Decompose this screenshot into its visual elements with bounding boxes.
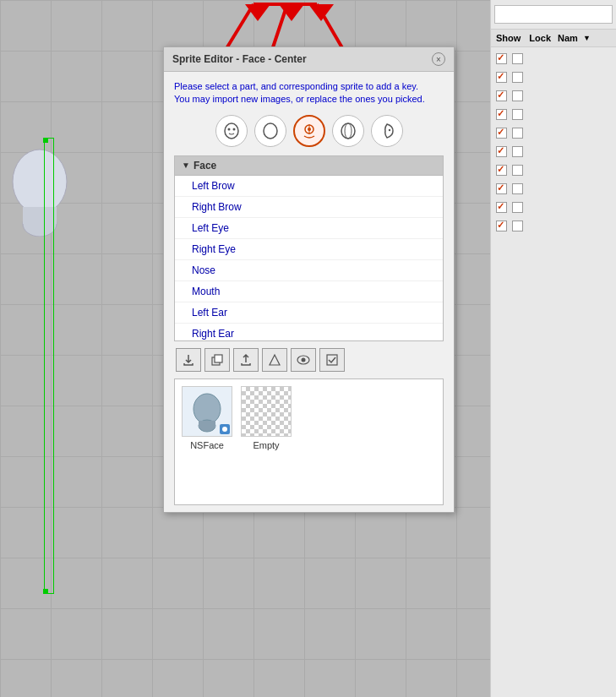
sprite-editor-dialog: Sprite Editor - Face - Center × Please s…	[163, 46, 455, 513]
name-column-label: Nam	[558, 33, 578, 43]
face-left-icon-button[interactable]	[332, 115, 364, 147]
selection-handle-bl	[43, 589, 48, 594]
layer-row	[491, 123, 616, 142]
show-checkbox-10[interactable]	[496, 221, 507, 231]
selection-handle-tl	[43, 138, 48, 143]
part-list-item-right-brow[interactable]: Right Brow	[175, 197, 443, 218]
part-list-container: ▼ Face Left Brow Right Brow Left Eye Rig…	[174, 155, 444, 341]
dialog-instructions: Please select a part, and corresponding …	[174, 80, 444, 106]
part-list-item-left-ear[interactable]: Left Ear	[175, 302, 443, 324]
face-blank-icon-button[interactable]	[254, 115, 286, 147]
show-checkbox-2[interactable]	[496, 72, 507, 83]
import-button[interactable]	[176, 348, 201, 372]
part-list-item-left-brow[interactable]: Left Brow	[175, 176, 443, 197]
svg-point-13	[227, 128, 230, 130]
svg-rect-30	[199, 421, 215, 427]
column-header: Show Lock Nam ▼	[491, 30, 616, 47]
part-list-item-right-ear[interactable]: Right Ear	[175, 324, 443, 341]
face-right-icon-button[interactable]	[371, 115, 403, 147]
svg-point-15	[264, 123, 277, 139]
visibility-button[interactable]	[291, 348, 316, 372]
layer-rows	[491, 47, 616, 237]
dialog-close-button[interactable]: ×	[432, 52, 445, 66]
layer-row	[491, 49, 616, 68]
sprite-label-empty: Empty	[253, 440, 279, 450]
sprite-item-empty[interactable]: Empty	[241, 386, 292, 450]
lock-checkbox-5[interactable]	[512, 128, 523, 139]
lock-checkbox-7[interactable]	[512, 165, 523, 176]
sprite-thumb-empty	[241, 386, 292, 437]
layer-row	[491, 179, 616, 198]
export-button[interactable]	[233, 348, 259, 372]
part-list-item-left-eye[interactable]: Left Eye	[175, 218, 443, 239]
lock-column-label: Lock	[529, 33, 551, 43]
svg-point-0	[13, 150, 67, 214]
collapse-arrow[interactable]: ▼	[182, 161, 190, 170]
sprite-area: NSFace Empty	[174, 378, 444, 505]
triangle-button[interactable]	[262, 348, 287, 372]
check-button[interactable]	[319, 348, 345, 372]
svg-rect-27	[327, 355, 337, 365]
svg-point-19	[341, 123, 355, 139]
lock-checkbox-9[interactable]	[512, 202, 523, 213]
svg-point-26	[302, 357, 306, 362]
show-checkbox-9[interactable]	[496, 202, 507, 213]
layer-row	[491, 198, 616, 216]
show-checkbox-5[interactable]	[496, 128, 507, 139]
lock-checkbox-6[interactable]	[512, 146, 523, 157]
svg-point-21	[388, 129, 390, 131]
show-column-label: Show	[496, 33, 521, 43]
layer-row	[491, 86, 616, 105]
face-front-icon-button[interactable]	[215, 115, 248, 147]
svg-point-31	[222, 427, 227, 432]
part-list-item-right-eye[interactable]: Right Eye	[175, 239, 443, 260]
show-checkbox-6[interactable]	[496, 146, 507, 157]
layer-row	[491, 142, 616, 161]
part-list-item-nose[interactable]: Nose	[175, 260, 443, 281]
sprite-item-nsface[interactable]: NSFace	[182, 386, 232, 450]
face-icon-bar	[174, 115, 444, 147]
lock-checkbox-1[interactable]	[512, 53, 523, 64]
search-input[interactable]	[494, 5, 613, 24]
instruction-line-2: You may import new images, or replace th…	[174, 93, 444, 106]
dropdown-icon[interactable]: ▼	[583, 34, 591, 42]
lock-checkbox-3[interactable]	[512, 90, 523, 101]
lock-checkbox-10[interactable]	[512, 221, 523, 231]
svg-point-12	[225, 123, 238, 139]
layer-row	[491, 216, 616, 235]
dialog-titlebar: Sprite Editor - Face - Center ×	[164, 47, 454, 72]
svg-marker-24	[270, 355, 280, 365]
sprite-thumb-nsface	[182, 386, 232, 437]
dialog-body: Please select a part, and corresponding …	[164, 72, 454, 512]
svg-point-20	[345, 123, 352, 139]
lock-checkbox-4[interactable]	[512, 109, 523, 120]
svg-point-14	[232, 128, 235, 130]
search-container	[491, 0, 616, 30]
svg-rect-23	[215, 355, 222, 362]
show-checkbox-7[interactable]	[496, 165, 507, 176]
sprite-label-nsface: NSFace	[190, 440, 224, 450]
part-list-header-label: Face	[194, 160, 216, 172]
layer-row	[491, 68, 616, 86]
selection-box	[44, 138, 54, 594]
sprite-toolbar	[174, 348, 444, 372]
instruction-line-1: Please select a part, and corresponding …	[174, 80, 444, 93]
show-checkbox-4[interactable]	[496, 109, 507, 120]
dialog-title: Sprite Editor - Face - Center	[172, 53, 307, 65]
show-checkbox-3[interactable]	[496, 90, 507, 101]
duplicate-button[interactable]	[204, 348, 230, 372]
lock-checkbox-2[interactable]	[512, 72, 523, 83]
show-checkbox-1[interactable]	[496, 53, 507, 64]
face-center-icon-button[interactable]	[293, 115, 325, 147]
show-checkbox-8[interactable]	[496, 183, 507, 194]
part-list-header: ▼ Face	[175, 156, 443, 176]
layer-row	[491, 161, 616, 179]
part-list-item-mouth[interactable]: Mouth	[175, 281, 443, 302]
right-panel: Show Lock Nam ▼	[490, 0, 616, 697]
face-bust	[8, 144, 72, 237]
layer-row	[491, 105, 616, 123]
lock-checkbox-8[interactable]	[512, 183, 523, 194]
